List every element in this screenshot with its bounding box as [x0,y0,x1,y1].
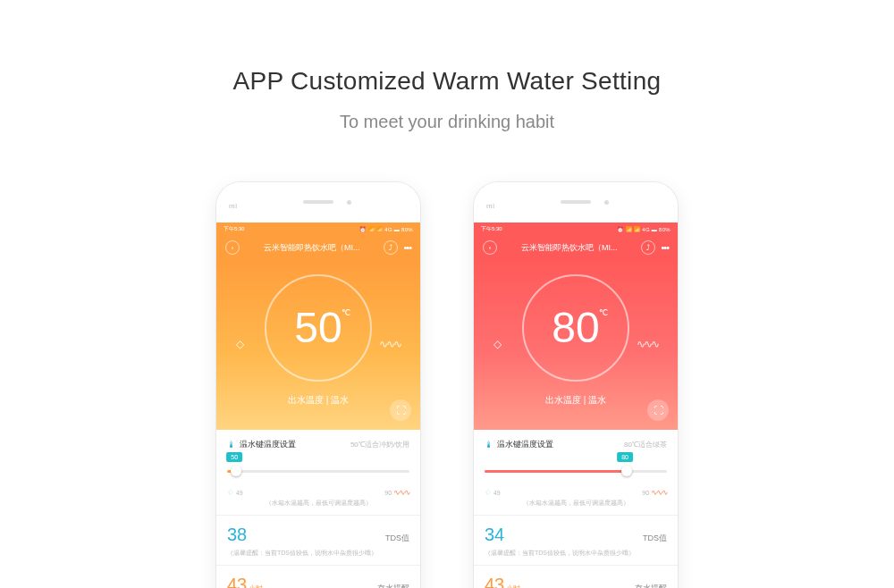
tds-note: （温馨提醒：当前TDS值较低，说明水中杂质很少哦） [227,549,409,558]
slider-min: 49 [493,490,501,496]
setting-label: 温水键温度设置 [240,439,296,450]
share-button[interactable]: ⤴ [641,240,655,255]
hours-unit: 小时 [506,584,520,588]
thermometer-icon: 🌡 [485,440,493,449]
reminder-label: 存水提醒 [377,583,409,588]
degree-unit: ℃ [342,308,350,317]
temperature-slider[interactable]: 50 [227,463,409,483]
app-header: ‹ 云米智能即热饮水吧（MI... ⤴ ••• [216,235,420,260]
status-icons: ⏰ 📶 📶 4G ▬ 80% [359,226,413,232]
reminder-panel: 43小时 存水提醒 [474,566,678,588]
temperature-value: 80 [552,307,599,349]
tds-value: 38 [227,525,247,544]
slider-max: 90 [384,490,392,496]
cup-button[interactable]: ⛶ [647,399,669,421]
setting-suggestion: 80℃适合绿茶 [624,440,667,449]
temperature-dial[interactable]: 80 ℃ [522,274,629,382]
temperature-display: ◇ ∿∿∿ 80 ℃ 出水温度 | 温水 ⛶ [474,260,678,430]
app-header: ‹ 云米智能即热饮水吧（MI... ⤴ ••• [474,235,678,260]
cold-icon: ♢ [227,488,234,497]
slider-value-badge: 50 [226,452,242,462]
speaker-grille [561,200,591,204]
cold-icon: ♢ [485,488,492,497]
more-button[interactable]: ••• [661,242,669,253]
tds-panel: 38 TDS值 （温馨提醒：当前TDS值较低，说明水中杂质很少哦） [216,516,420,566]
tds-label: TDS值 [385,533,409,544]
status-bar: 下午5:30 ⏰ 📶 📶 4G ▬ 80% [216,223,420,235]
status-bar: 下午5:30 ⏰ 📶 📶 4G ▬ 80% [474,223,678,235]
drop-icon: ◇ [236,338,244,350]
heat-icon: ∿∿∿ [637,338,658,350]
slider-note: （水箱水温越高，最低可调温度越高） [227,499,409,508]
heat-icon: ∿∿∿ [379,338,401,350]
hours-unit: 小时 [249,584,263,588]
phone-mockup-2: mi 下午5:30 ⏰ 📶 📶 4G ▬ 80% ‹ 云米智能即热饮水吧（MI.… [473,181,679,588]
phone-bezel: mi [474,182,678,223]
back-button[interactable]: ‹ [225,240,240,255]
slider-max: 90 [642,490,649,496]
output-temp-label: 出水温度 | 温水 [288,394,349,407]
temperature-dial[interactable]: 50 ℃ [265,274,372,382]
phone-brand: mi [486,202,494,210]
setting-suggestion: 50℃适合冲奶/饮用 [350,440,409,449]
sub-heading: To meet your drinking habit [0,112,894,132]
setting-label: 温水键温度设置 [497,439,553,450]
slider-thumb[interactable] [621,466,632,476]
slider-thumb[interactable] [231,466,241,476]
temperature-value: 50 [294,307,342,349]
tds-value: 34 [485,525,504,544]
hours-value: 43 [227,575,247,588]
reminder-label: 存水提醒 [635,583,667,588]
front-camera [347,200,351,205]
cup-button[interactable]: ⛶ [390,399,411,421]
temperature-display: ◇ ∿∿∿ 50 ℃ 出水温度 | 温水 ⛶ [216,260,420,430]
more-button[interactable]: ••• [403,242,411,253]
hot-icon: ∿∿∿ [651,488,667,497]
phone-brand: mi [229,202,237,210]
phone-mockup-1: mi 下午5:30 ⏰ 📶 📶 4G ▬ 80% ‹ 云米智能即热饮水吧（MI.… [215,181,421,588]
app-title: 云米智能即热饮水吧（MI... [240,242,384,254]
temp-setting-panel: 🌡温水键温度设置 80℃适合绿茶 80 ♢ 49 90 ∿∿∿ （水箱水温越高，… [474,430,678,516]
tds-label: TDS值 [643,533,667,544]
hours-value: 43 [485,575,504,588]
thermometer-icon: 🌡 [227,440,236,449]
slider-value-badge: 80 [617,452,633,462]
hot-icon: ∿∿∿ [393,488,409,497]
drop-icon: ◇ [493,338,502,350]
main-heading: APP Customized Warm Water Setting [0,67,894,96]
output-temp-label: 出水温度 | 温水 [545,394,606,407]
tds-panel: 34 TDS值 （温馨提醒：当前TDS值较低，说明水中杂质很少哦） [474,516,678,566]
speaker-grille [303,200,333,204]
front-camera [604,200,609,205]
temp-setting-panel: 🌡温水键温度设置 50℃适合冲奶/饮用 50 ♢ 49 90 ∿∿∿ （水箱水温… [216,430,420,516]
phone-bezel: mi [216,182,420,223]
status-icons: ⏰ 📶 📶 4G ▬ 80% [617,226,670,232]
temperature-slider[interactable]: 80 [485,463,667,483]
status-time: 下午5:30 [224,225,245,233]
slider-min: 49 [236,490,243,496]
degree-unit: ℃ [599,308,608,317]
slider-note: （水箱水温越高，最低可调温度越高） [485,499,667,508]
app-title: 云米智能即热饮水吧（MI... [497,242,641,254]
tds-note: （温馨提醒：当前TDS值较低，说明水中杂质很少哦） [485,549,667,558]
share-button[interactable]: ⤴ [384,240,398,255]
status-time: 下午5:30 [481,225,502,233]
reminder-panel: 43小时 存水提醒 [216,566,420,588]
back-button[interactable]: ‹ [483,240,497,255]
